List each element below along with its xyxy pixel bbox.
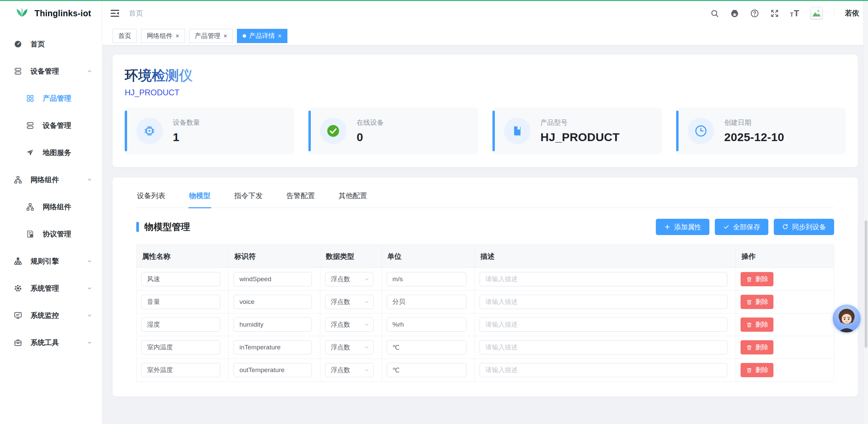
logo[interactable]: Thinglinks-iot: [0, 0, 102, 26]
data-type-select[interactable]: 浮点数: [325, 317, 374, 332]
assistant-avatar[interactable]: [833, 305, 861, 332]
delete-button[interactable]: 删除: [741, 340, 773, 354]
save-all-button[interactable]: 全部保存: [715, 219, 768, 235]
username[interactable]: 若依: [845, 8, 859, 18]
identifier-input[interactable]: [234, 272, 311, 286]
document-globe-icon: [26, 230, 35, 238]
server-icon: [26, 121, 35, 130]
unit-input[interactable]: [387, 295, 466, 309]
tab-thing-model[interactable]: 物模型: [188, 186, 211, 208]
app-title: Thinglinks-iot: [35, 8, 91, 18]
trash-icon: [746, 299, 752, 305]
description-input[interactable]: [480, 340, 727, 354]
tag-home[interactable]: 首页: [113, 29, 137, 43]
tab-other-config[interactable]: 其他配置: [338, 186, 368, 208]
page-scrollbar[interactable]: [863, 0, 868, 424]
breadcrumb[interactable]: 首页: [129, 8, 143, 18]
stat-created-date: 创建日期 2025-12-10: [676, 108, 846, 154]
property-name-input[interactable]: [141, 340, 220, 354]
table-header-row: 属性名称 标识符 数据类型 单位 描述 操作: [137, 245, 834, 268]
unit-input[interactable]: [387, 272, 466, 286]
sidebar-item-network-components-sub[interactable]: 网络组件: [0, 193, 102, 220]
description-input[interactable]: [480, 317, 727, 332]
chevron-down-icon: [364, 344, 370, 350]
menu-fold-icon[interactable]: [110, 8, 120, 18]
server-icon: [14, 67, 22, 76]
chevron-down-icon: [364, 299, 370, 305]
tab-alarm-config[interactable]: 告警配置: [286, 186, 316, 208]
active-dot: [243, 34, 246, 38]
data-type-select[interactable]: 浮点数: [325, 340, 374, 354]
book-icon: [504, 118, 530, 144]
sidebar-menu: 首页 设备管理 产品管理 设备管理: [0, 26, 102, 356]
github-icon[interactable]: [730, 9, 739, 18]
tag-product-detail[interactable]: 产品详情 ×: [237, 29, 287, 43]
table-row: 浮点数 删除: [137, 268, 834, 291]
identifier-input[interactable]: [234, 317, 311, 332]
stat-online-devices: 在线设备 0: [308, 108, 478, 154]
close-icon[interactable]: ×: [224, 33, 227, 39]
identifier-input[interactable]: [234, 295, 311, 309]
help-icon[interactable]: [750, 9, 759, 18]
unit-input[interactable]: [387, 340, 466, 354]
sidebar-item-protocol-management[interactable]: 协议管理: [0, 220, 102, 248]
sidebar-item-system-monitor[interactable]: 系统监控: [0, 302, 102, 329]
trash-icon: [746, 344, 752, 351]
stats-row: 设备数量 1 在线设备 0: [125, 108, 846, 154]
user-avatar[interactable]: [810, 7, 823, 20]
add-property-button[interactable]: 添加属性: [656, 219, 709, 235]
stat-device-count: 设备数量 1: [125, 108, 294, 154]
trash-icon: [746, 276, 752, 283]
sidebar-item-map-service[interactable]: 地图服务: [0, 139, 102, 166]
delete-button[interactable]: 删除: [741, 295, 773, 309]
property-name-input[interactable]: [141, 363, 220, 377]
scrollbar-thumb[interactable]: [865, 220, 867, 348]
chevron-down-icon: [86, 258, 93, 264]
tab-command-dispatch[interactable]: 指令下发: [234, 186, 263, 208]
sidebar-item-system-tools[interactable]: 系统工具: [0, 329, 102, 356]
sidebar-item-rule-engine[interactable]: 规则引擎: [0, 248, 102, 275]
delete-button[interactable]: 删除: [741, 272, 773, 286]
tag-network-components[interactable]: 网络组件 ×: [141, 29, 185, 43]
sitemap-icon: [26, 203, 35, 211]
main-area: 首页 TT 若依: [102, 0, 868, 424]
product-title: 环境检测仪: [125, 66, 193, 85]
tab-device-list[interactable]: 设备列表: [136, 186, 166, 208]
close-icon[interactable]: ×: [176, 33, 179, 39]
plant-logo-icon: [15, 6, 29, 20]
description-input[interactable]: [480, 363, 727, 377]
sidebar-item-home[interactable]: 首页: [0, 31, 102, 58]
sidebar-item-product-management[interactable]: 产品管理: [0, 85, 102, 112]
identifier-input[interactable]: [234, 340, 311, 354]
data-type-select[interactable]: 浮点数: [325, 272, 374, 286]
tag-product-management[interactable]: 产品管理 ×: [189, 29, 233, 43]
stat-product-model: 产品型号 HJ_PRODUCT: [492, 108, 662, 154]
sidebar: Thinglinks-iot 首页 设备管理 产品管理: [0, 0, 102, 424]
sidebar-item-network-components[interactable]: 网络组件: [0, 166, 102, 193]
description-input[interactable]: [480, 272, 727, 286]
sidebar-item-device-management-sub[interactable]: 设备管理: [0, 112, 102, 139]
sync-to-device-button[interactable]: 同步到设备: [774, 219, 834, 235]
sidebar-item-device-management[interactable]: 设备管理: [0, 58, 102, 85]
chevron-down-icon: [364, 276, 370, 282]
trash-icon: [746, 322, 752, 328]
unit-input[interactable]: [387, 317, 466, 332]
description-input[interactable]: [480, 295, 727, 309]
divider: [834, 9, 834, 17]
property-name-input[interactable]: [141, 295, 220, 309]
unit-input[interactable]: [387, 363, 466, 377]
property-name-input[interactable]: [141, 317, 220, 332]
data-type-select[interactable]: 浮点数: [325, 295, 374, 309]
identifier-input[interactable]: [234, 363, 311, 377]
font-size-icon[interactable]: TT: [790, 9, 799, 18]
loading-progress-bar: [0, 0, 868, 1]
close-icon[interactable]: ×: [278, 33, 282, 39]
data-type-select[interactable]: 浮点数: [325, 363, 374, 377]
property-name-input[interactable]: [141, 272, 220, 286]
delete-button[interactable]: 删除: [741, 363, 773, 377]
fullscreen-icon[interactable]: [770, 9, 779, 18]
sitemap-icon: [14, 175, 22, 184]
search-icon[interactable]: [710, 9, 719, 18]
sidebar-item-system-management[interactable]: 系统管理: [0, 275, 102, 302]
delete-button[interactable]: 删除: [741, 317, 773, 332]
